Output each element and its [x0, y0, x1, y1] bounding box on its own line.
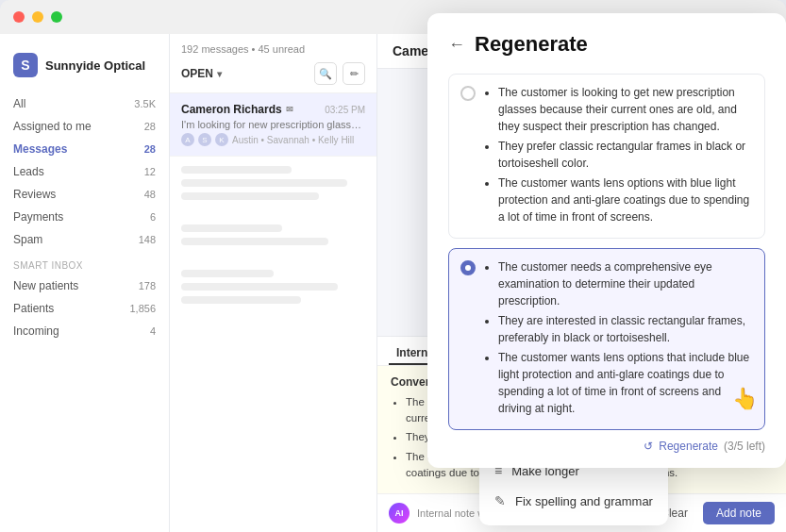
inbox-item[interactable]: Cameron Richards ✉ 03:25 PM I'm looking … — [170, 93, 376, 157]
skeleton-item-1 — [170, 157, 376, 215]
sidebar-item-incoming[interactable]: Incoming 4 — [0, 320, 169, 342]
sidebar-item-assigned[interactable]: Assigned to me 28 — [0, 115, 169, 138]
spelling-icon: ✎ — [494, 493, 506, 508]
inbox-actions: 🔍 ✏ — [314, 62, 365, 85]
inbox-area: 192 messages • 45 unread OPEN ▾ 🔍 ✏ Came… — [170, 34, 377, 532]
sidebar-item-payments[interactable]: Payments 6 — [0, 206, 169, 228]
regen-option-1[interactable]: The customer is looking to get new presc… — [448, 74, 765, 239]
brand-icon: S — [13, 53, 38, 77]
inbox-item-header: Cameron Richards ✉ 03:25 PM — [181, 103, 365, 116]
note-footer-right: Clear Add note — [653, 502, 775, 524]
add-note-button[interactable]: Add note — [703, 502, 775, 524]
sidebar-item-leads[interactable]: Leads 12 — [0, 160, 169, 183]
traffic-light-green[interactable] — [51, 11, 62, 23]
sidebar-brand: S Sunnyide Optical — [0, 45, 169, 92]
sidebar-item-new-patients[interactable]: New patients 178 — [0, 274, 169, 297]
inbox-time: 03:25 PM — [325, 105, 365, 115]
sidebar-item-spam[interactable]: Spam 148 — [0, 228, 169, 251]
traffic-light-yellow[interactable] — [32, 11, 43, 23]
compose-button[interactable]: ✏ — [343, 62, 365, 85]
inbox-header: 192 messages • 45 unread OPEN ▾ 🔍 ✏ — [170, 34, 376, 93]
back-button[interactable]: ← — [448, 35, 465, 55]
regenerate-panel: ← Regenerate The customer is looking to … — [427, 13, 786, 468]
inbox-agents: A S K Austin • Savannah • Kelly Hill — [181, 133, 365, 146]
sidebar-item-messages[interactable]: Messages 28 — [0, 138, 169, 160]
regenerate-button[interactable]: ↺ Regenerate (3/5 left) — [644, 440, 765, 453]
inbox-preview: I'm looking for new prescription glasses… — [181, 119, 365, 130]
open-badge[interactable]: OPEN ▾ — [181, 67, 222, 80]
skeleton-item-2 — [170, 215, 376, 260]
regen-option-2[interactable]: The customer needs a comprehensive eye e… — [448, 248, 765, 430]
inbox-list: Cameron Richards ✉ 03:25 PM I'm looking … — [170, 93, 376, 532]
smart-inbox-label: Smart Inbox — [0, 251, 169, 274]
regen-text-1: The customer is looking to get new presc… — [485, 84, 753, 228]
regenerate-icon: ↺ — [644, 440, 653, 453]
fix-spelling-menu-item[interactable]: ✎ Fix spelling and grammar — [479, 486, 668, 516]
brand-name: Sunnyide Optical — [45, 58, 145, 73]
sidebar: S Sunnyide Optical All 3.5K Assigned to … — [0, 34, 170, 532]
regen-text-2: The customer needs a comprehensive eye e… — [485, 258, 753, 420]
regen-footer: ↺ Regenerate (3/5 left) — [448, 440, 765, 453]
regen-count: (3/5 left) — [724, 440, 765, 453]
sidebar-item-reviews[interactable]: Reviews 48 — [0, 183, 169, 206]
regenerate-title: Regenerate — [475, 32, 588, 57]
regen-header: ← Regenerate — [448, 32, 765, 57]
ai-badge: AI — [389, 503, 410, 524]
sidebar-item-patients[interactable]: Patients 1,856 — [0, 297, 169, 320]
search-button[interactable]: 🔍 — [314, 62, 337, 85]
sidebar-nav: All 3.5K Assigned to me 28 Messages 28 L… — [0, 92, 169, 342]
inbox-stats: 192 messages • 45 unread — [181, 43, 365, 55]
open-chevron-icon: ▾ — [217, 69, 222, 79]
sidebar-item-all[interactable]: All 3.5K — [0, 92, 169, 115]
inbox-controls: OPEN ▾ 🔍 ✏ — [181, 62, 365, 85]
traffic-light-red[interactable] — [13, 11, 25, 23]
radio-1 — [460, 86, 476, 101]
radio-2 — [460, 260, 476, 275]
skeleton-item-3 — [170, 260, 376, 319]
inbox-sender-name: Cameron Richards ✉ — [181, 103, 293, 116]
